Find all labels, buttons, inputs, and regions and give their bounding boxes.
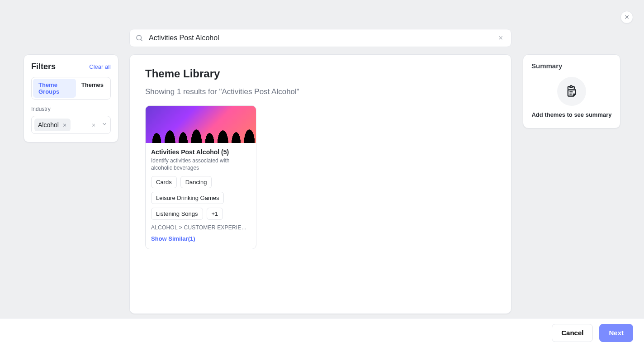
clipboard-icon xyxy=(557,77,586,106)
next-button[interactable]: Next xyxy=(599,324,633,342)
clear-select-button[interactable] xyxy=(91,121,96,129)
close-icon xyxy=(624,14,630,21)
tag-overflow[interactable]: +1 xyxy=(207,208,223,220)
summary-panel: Summary Add themes to see summary xyxy=(523,54,620,128)
theme-card-breadcrumb: ALCOHOL > CUSTOMER EXPERIE… xyxy=(151,224,251,231)
search-icon xyxy=(135,34,143,42)
industry-label: Industry xyxy=(31,106,111,112)
theme-card-body: Activities Post Alcohol (5) Identify act… xyxy=(146,143,256,249)
tag[interactable]: Leisure Drinking Games xyxy=(151,192,224,204)
theme-library-panel: Theme Library Showing 1 results for "Act… xyxy=(129,54,511,314)
svg-line-1 xyxy=(141,39,142,41)
tag[interactable]: Dancing xyxy=(180,176,212,188)
theme-card-title: Activities Post Alcohol (5) xyxy=(151,148,251,156)
filters-tabs: Theme Groups Themes xyxy=(31,77,111,100)
results-count: Showing 1 results for "Activities Post A… xyxy=(145,87,496,96)
summary-icon-wrap xyxy=(531,77,612,106)
industry-chip: Alcohol xyxy=(34,119,71,131)
filters-header: Filters Clear all xyxy=(31,62,111,71)
theme-card-tags: Cards Dancing Leisure Drinking Games Lis… xyxy=(151,176,251,220)
filters-title: Filters xyxy=(31,62,56,71)
industry-chip-label: Alcohol xyxy=(38,121,59,128)
close-button[interactable] xyxy=(620,11,633,24)
chevron-down-icon[interactable] xyxy=(101,121,108,129)
search-bar xyxy=(129,29,511,47)
tab-theme-groups[interactable]: Theme Groups xyxy=(33,79,76,98)
filters-panel: Filters Clear all Theme Groups Themes In… xyxy=(24,54,118,143)
clear-all-filters[interactable]: Clear all xyxy=(89,63,111,70)
theme-card[interactable]: Activities Post Alcohol (5) Identify act… xyxy=(145,105,256,249)
theme-library-modal: Filters Clear all Theme Groups Themes In… xyxy=(0,0,644,347)
show-similar-link[interactable]: Show Similar(1) xyxy=(151,235,195,242)
search-input[interactable] xyxy=(148,33,496,43)
summary-title: Summary xyxy=(531,62,612,70)
tag[interactable]: Listening Songs xyxy=(151,208,203,220)
clear-search-button[interactable] xyxy=(496,33,506,43)
theme-card-cover xyxy=(146,106,256,143)
page-title: Theme Library xyxy=(145,67,496,80)
remove-chip-button[interactable] xyxy=(62,121,67,128)
svg-point-0 xyxy=(137,35,142,40)
cancel-button[interactable]: Cancel xyxy=(552,324,593,342)
summary-hint: Add themes to see summary xyxy=(531,111,612,118)
close-icon xyxy=(498,34,503,42)
footer: Cancel Next xyxy=(0,318,644,347)
theme-card-description: Identify activities associated with alco… xyxy=(151,157,251,171)
tab-themes[interactable]: Themes xyxy=(76,79,109,98)
tag[interactable]: Cards xyxy=(151,176,177,188)
industry-select[interactable]: Alcohol xyxy=(31,116,111,134)
